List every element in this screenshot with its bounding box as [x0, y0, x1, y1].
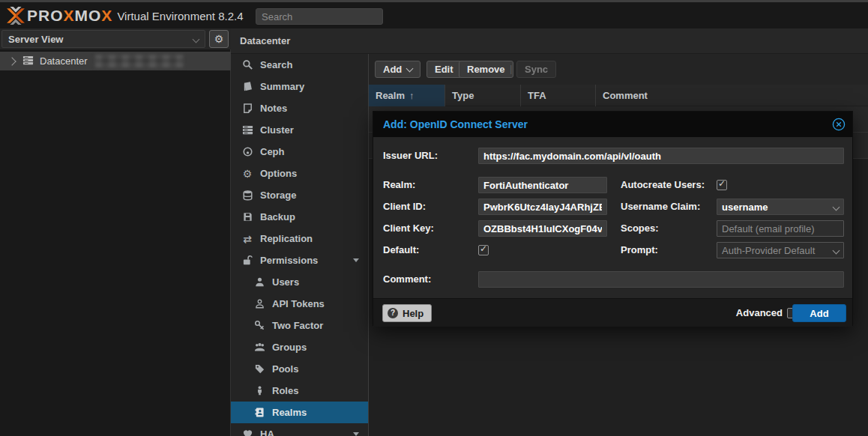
sidebar-item-ha[interactable]: HA: [231, 423, 368, 436]
dialog-add-button[interactable]: Add: [792, 304, 846, 322]
sidebar-item-groups[interactable]: Groups: [231, 336, 368, 358]
username-claim-label: Username Claim:: [621, 199, 700, 215]
content-header: Datacenter: [231, 28, 868, 54]
sidebar-item-permissions[interactable]: Permissions: [231, 249, 368, 271]
advanced-label: Advanced: [736, 307, 783, 318]
chevron-down-icon: [833, 203, 840, 211]
tree-settings-button[interactable]: ⚙: [209, 30, 229, 48]
storage-icon: [241, 190, 253, 202]
client-id-input[interactable]: [478, 199, 607, 215]
sidebar-item-realms[interactable]: Realms: [231, 402, 368, 423]
sidebar-item-roles[interactable]: Roles: [231, 380, 368, 402]
resource-tree-panel: Server View ⚙ Datacenter: [0, 28, 231, 436]
page-title: Datacenter: [240, 35, 290, 46]
summary-icon: [241, 81, 253, 93]
column-header-type[interactable]: Type: [445, 85, 521, 106]
autocreate-users-checkbox[interactable]: [717, 180, 727, 190]
comment-label: Comment:: [383, 271, 431, 288]
toolbar-separator: |: [510, 63, 512, 74]
sidebar-item-cluster[interactable]: Cluster: [231, 119, 368, 141]
realm-input[interactable]: [478, 177, 607, 193]
top-bar: PROXMOX Virtual Environment 8.2.4: [0, 2, 868, 28]
expand-caret-icon[interactable]: [353, 432, 359, 436]
dialog-footer: Help Advanced Add: [373, 298, 852, 327]
chevron-down-icon: [833, 246, 840, 254]
issuer-url-input[interactable]: [478, 148, 844, 164]
question-icon: [388, 308, 398, 318]
ceph-icon: [241, 146, 253, 158]
add-openid-dialog: Add: OpenID Connect Server Issuer URL: R…: [373, 111, 853, 326]
default-label: Default:: [383, 242, 419, 258]
notes-icon: [241, 103, 253, 115]
heartbeat-icon: [241, 429, 253, 436]
comment-input[interactable]: [478, 271, 844, 288]
sidebar-item-replication[interactable]: ⇄ Replication: [231, 228, 368, 249]
search-icon: [241, 59, 253, 71]
sidebar-item-two-factor[interactable]: Two Factor: [231, 315, 368, 336]
sidebar-item-notes[interactable]: Notes: [231, 97, 368, 119]
global-search-input[interactable]: [256, 8, 383, 25]
chevron-right-icon[interactable]: [7, 57, 16, 65]
help-button[interactable]: Help: [382, 304, 432, 322]
datacenter-icon: [22, 55, 34, 68]
datacenter-menu: Search Summary Notes Cluster Ceph ⚙ Opti…: [231, 54, 369, 436]
replication-arrows-icon: ⇄: [241, 233, 253, 245]
sidebar-item-storage[interactable]: Storage: [231, 184, 368, 206]
gear-icon: ⚙: [214, 33, 224, 45]
client-id-label: Client ID:: [383, 199, 426, 215]
add-dropdown-button[interactable]: Add: [375, 61, 421, 78]
sidebar-item-ceph[interactable]: Ceph: [231, 141, 368, 163]
scopes-input[interactable]: [717, 220, 844, 237]
proxmox-logo-icon: [6, 6, 25, 25]
sidebar-item-summary[interactable]: Summary: [231, 76, 368, 97]
person-icon: [253, 385, 265, 397]
backup-floppy-icon: [241, 211, 253, 223]
view-selector-dropdown[interactable]: Server View: [1, 30, 205, 48]
default-checkbox[interactable]: [478, 245, 489, 255]
sidebar-item-pools[interactable]: Pools: [231, 358, 368, 380]
sidebar-item-options[interactable]: ⚙ Options: [231, 163, 368, 184]
column-header-realm[interactable]: Realm ↑: [369, 85, 445, 106]
users-group-icon: [253, 342, 265, 354]
redacted-hostname: [95, 55, 184, 67]
autocreate-users-label: Autocreate Users:: [621, 177, 705, 193]
chevron-down-icon: [193, 35, 200, 43]
sync-button[interactable]: Sync: [516, 61, 556, 78]
user-icon: [253, 276, 265, 288]
issuer-url-label: Issuer URL:: [383, 148, 438, 164]
cluster-icon: [241, 124, 253, 136]
realm-label: Realm:: [383, 177, 415, 193]
client-key-input[interactable]: [478, 220, 607, 237]
username-claim-dropdown[interactable]: username: [717, 199, 844, 215]
remove-button[interactable]: Remove: [459, 61, 513, 78]
logo-wordmark: PROXMOX: [27, 7, 112, 25]
tree-item-label: Datacenter: [40, 55, 88, 67]
sidebar-item-backup[interactable]: Backup: [231, 206, 368, 228]
edit-button[interactable]: Edit: [427, 61, 462, 78]
version-label: Virtual Environment 8.2.4: [117, 10, 243, 22]
close-icon[interactable]: [832, 118, 846, 131]
dialog-header[interactable]: Add: OpenID Connect Server: [373, 112, 852, 137]
sidebar-item-search[interactable]: Search: [231, 54, 368, 76]
tree-item-datacenter[interactable]: Datacenter: [0, 52, 231, 70]
tag-icon: [253, 363, 265, 375]
prompt-dropdown[interactable]: Auth-Provider Default: [717, 242, 844, 258]
view-selector-bar: Server View ⚙: [0, 28, 231, 49]
user-outline-icon: [253, 298, 265, 310]
unlock-icon: [241, 255, 253, 267]
scopes-label: Scopes:: [621, 220, 659, 237]
column-header-tfa[interactable]: TFA: [521, 85, 596, 106]
sidebar-item-api-tokens[interactable]: API Tokens: [231, 293, 368, 315]
column-header-comment[interactable]: Comment: [596, 85, 868, 106]
sidebar-item-users[interactable]: Users: [231, 271, 368, 293]
chevron-down-icon: [406, 64, 414, 72]
proxmox-app: PROXMOX Virtual Environment 8.2.4 Server…: [0, 0, 868, 436]
collapse-caret-icon[interactable]: [353, 258, 359, 262]
key-icon: [253, 320, 265, 332]
sort-ascending-icon: ↑: [409, 90, 415, 101]
realms-toolbar: Add Edit Remove | Sync: [369, 54, 868, 85]
prompt-label: Prompt:: [621, 242, 658, 258]
address-book-icon: [253, 407, 265, 419]
proxmox-logo: PROXMOX Virtual Environment 8.2.4: [6, 6, 244, 25]
dialog-title: Add: OpenID Connect Server: [383, 118, 528, 130]
